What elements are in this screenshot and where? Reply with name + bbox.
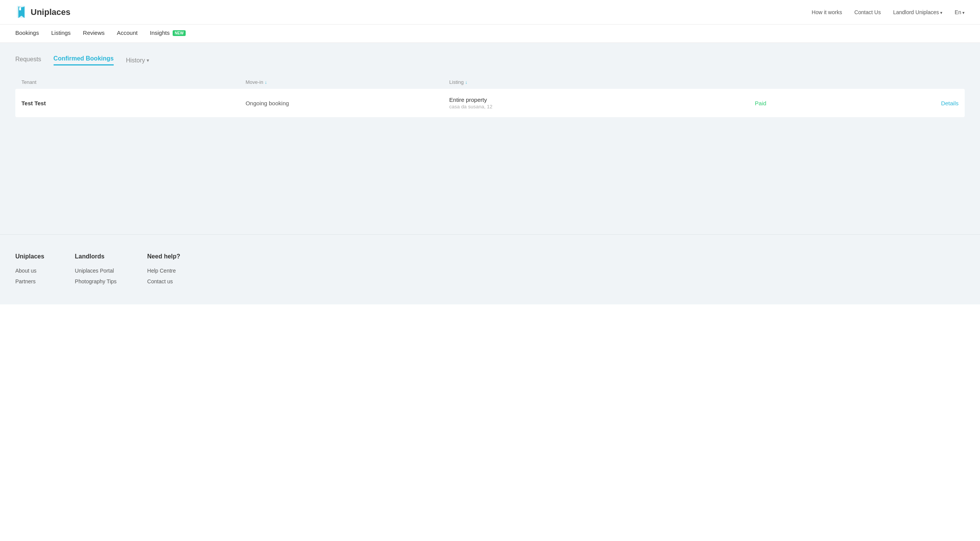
- sort-movein-icon[interactable]: ↓: [265, 80, 267, 85]
- logo[interactable]: Uniplaces: [15, 5, 70, 20]
- nav-bookings[interactable]: Bookings: [15, 29, 39, 38]
- row-status: Paid: [755, 100, 857, 106]
- header-action: [857, 79, 959, 85]
- footer-col-uniplaces: Uniplaces About us Partners: [15, 253, 44, 289]
- how-it-works-link[interactable]: How it works: [812, 9, 842, 15]
- sort-listing-icon[interactable]: ↓: [465, 80, 467, 85]
- header-movein: Move-in ↓: [245, 79, 449, 85]
- booking-tabs: Requests Confirmed Bookings History ▾: [15, 55, 965, 65]
- tab-confirmed-bookings[interactable]: Confirmed Bookings: [54, 55, 114, 65]
- footer-photography-link[interactable]: Photography Tips: [75, 278, 117, 284]
- secondary-navigation: Bookings Listings Reviews Account Insigh…: [0, 25, 980, 43]
- main-content: Requests Confirmed Bookings History ▾ Te…: [0, 43, 980, 234]
- contact-us-link[interactable]: Contact Us: [854, 9, 881, 15]
- tab-history[interactable]: History ▾: [126, 57, 149, 64]
- landlord-uniplaces-link[interactable]: Landlord Uniplaces: [893, 9, 942, 15]
- svg-rect-1: [19, 7, 21, 10]
- footer-col2-heading: Landlords: [75, 253, 117, 260]
- header-status: [755, 79, 857, 85]
- lang-selector[interactable]: En: [955, 9, 965, 15]
- bookings-table: Tenant Move-in ↓ Listing ↓ Test Test Ong…: [15, 76, 965, 117]
- footer-about-link[interactable]: About us: [15, 268, 44, 274]
- nav-reviews[interactable]: Reviews: [83, 29, 105, 38]
- logo-text: Uniplaces: [31, 7, 70, 17]
- header-listing: Listing ↓: [449, 79, 755, 85]
- nav-insights[interactable]: Insights NEW: [150, 29, 185, 38]
- footer-col-help: Need help? Help Centre Contact us: [147, 253, 180, 289]
- nav-account[interactable]: Account: [117, 29, 137, 38]
- chevron-down-icon: ▾: [147, 57, 149, 63]
- footer-col-landlords: Landlords Uniplaces Portal Photography T…: [75, 253, 117, 289]
- row-action: Details: [857, 100, 959, 106]
- row-listing: Entire property casa da susana, 12: [449, 96, 755, 110]
- top-navigation: Uniplaces How it works Contact Us Landlo…: [0, 0, 980, 25]
- footer-contact-link[interactable]: Contact us: [147, 278, 180, 284]
- footer-col3-heading: Need help?: [147, 253, 180, 260]
- row-movein: Ongoing booking: [245, 100, 449, 106]
- footer-partners-link[interactable]: Partners: [15, 278, 44, 284]
- top-nav-links: How it works Contact Us Landlord Uniplac…: [812, 9, 965, 15]
- table-row: Test Test Ongoing booking Entire propert…: [15, 89, 965, 117]
- footer: Uniplaces About us Partners Landlords Un…: [0, 234, 980, 304]
- new-badge: NEW: [173, 30, 185, 36]
- footer-portal-link[interactable]: Uniplaces Portal: [75, 268, 117, 274]
- header-tenant: Tenant: [21, 79, 245, 85]
- footer-help-link[interactable]: Help Centre: [147, 268, 180, 274]
- nav-listings[interactable]: Listings: [51, 29, 71, 38]
- details-link[interactable]: Details: [941, 100, 959, 106]
- row-tenant: Test Test: [21, 100, 245, 106]
- footer-col1-heading: Uniplaces: [15, 253, 44, 260]
- footer-columns: Uniplaces About us Partners Landlords Un…: [15, 253, 965, 289]
- tab-requests[interactable]: Requests: [15, 56, 41, 65]
- table-header: Tenant Move-in ↓ Listing ↓: [15, 76, 965, 88]
